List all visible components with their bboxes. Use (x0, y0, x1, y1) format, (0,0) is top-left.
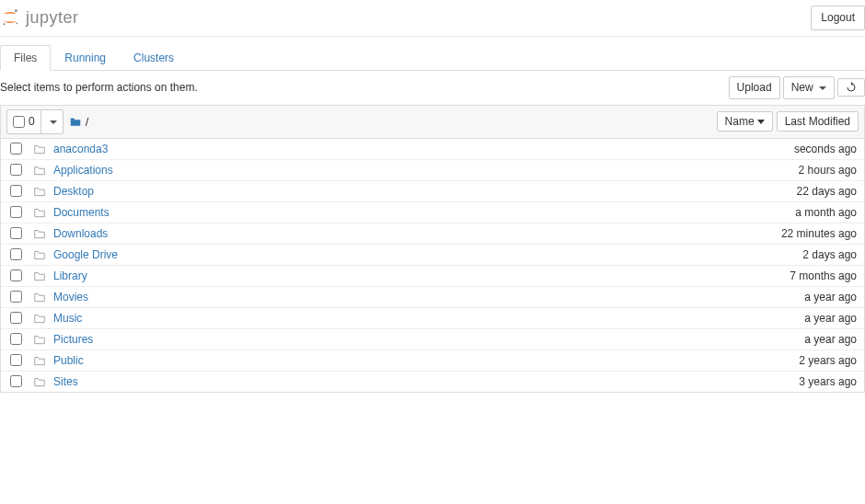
select-dropdown[interactable] (40, 110, 63, 133)
file-modified: 22 minutes ago (781, 227, 857, 240)
arrow-down-icon (757, 120, 765, 124)
folder-icon (33, 227, 46, 240)
list-header: 0 / Name Last Modified (0, 105, 865, 139)
row-checkbox[interactable] (10, 143, 22, 155)
file-row: Documentsa month ago (1, 201, 864, 223)
folder-home-icon[interactable] (69, 115, 82, 128)
folder-icon (33, 164, 46, 177)
file-row: Sites3 years ago (1, 371, 864, 392)
logo[interactable]: jupyter (0, 7, 79, 28)
caret-icon (50, 120, 57, 124)
hint-text: Select items to perform actions on them. (0, 81, 198, 94)
row-checkbox[interactable] (10, 164, 22, 176)
select-all-control: 0 (6, 109, 63, 134)
row-checkbox[interactable] (10, 333, 22, 345)
row-checkbox[interactable] (10, 269, 22, 281)
selected-count: 0 (29, 115, 35, 128)
new-label: New (791, 81, 813, 94)
row-checkbox[interactable] (10, 375, 22, 387)
row-checkbox[interactable] (10, 248, 22, 260)
file-name-link[interactable]: Desktop (53, 185, 94, 198)
file-row: Downloads22 minutes ago (1, 223, 864, 244)
file-name-link[interactable]: Applications (53, 164, 113, 177)
folder-icon (33, 291, 46, 304)
row-checkbox[interactable] (10, 227, 22, 239)
tab-running[interactable]: Running (51, 45, 120, 71)
row-checkbox[interactable] (10, 312, 22, 324)
file-modified: a month ago (795, 206, 857, 219)
folder-icon (33, 375, 46, 388)
header: jupyter Logout (0, 0, 865, 37)
file-row: Desktop22 days ago (1, 180, 864, 201)
file-name-link[interactable]: Google Drive (53, 248, 118, 261)
brand-text: jupyter (26, 8, 79, 28)
file-name-link[interactable]: Movies (53, 291, 88, 304)
svg-point-2 (16, 23, 17, 25)
file-modified: a year ago (804, 333, 857, 346)
file-row: Library7 months ago (1, 265, 864, 286)
file-row: Moviesa year ago (1, 286, 864, 307)
sort-modified-label: Last Modified (785, 115, 850, 128)
upload-button[interactable]: Upload (729, 76, 780, 99)
file-modified: 22 days ago (797, 185, 857, 198)
sort-modified-button[interactable]: Last Modified (777, 111, 859, 132)
tab-clusters[interactable]: Clusters (120, 45, 188, 71)
file-row: Picturesa year ago (1, 328, 864, 349)
file-modified: 2 days ago (802, 248, 857, 261)
file-modified: a year ago (804, 291, 857, 304)
jupyter-icon (0, 7, 20, 28)
file-modified: a year ago (804, 312, 857, 325)
file-name-link[interactable]: Library (53, 269, 87, 282)
refresh-icon (846, 82, 857, 93)
breadcrumb-separator: / (86, 115, 89, 129)
file-name-link[interactable]: Sites (53, 375, 78, 388)
svg-point-0 (15, 10, 17, 13)
file-name-link[interactable]: Music (53, 312, 82, 325)
folder-icon (33, 248, 46, 261)
sort-name-button[interactable]: Name (717, 111, 773, 132)
row-checkbox[interactable] (10, 291, 22, 303)
file-name-link[interactable]: Downloads (53, 227, 108, 240)
row-checkbox[interactable] (10, 185, 22, 197)
folder-icon (33, 185, 46, 198)
toolbar: Select items to perform actions on them.… (0, 71, 865, 105)
file-modified: 7 months ago (790, 269, 857, 282)
folder-icon (33, 143, 46, 155)
file-name-link[interactable]: anaconda3 (53, 143, 108, 155)
file-name-link[interactable]: Documents (53, 206, 110, 219)
new-button[interactable]: New (783, 76, 835, 99)
select-all-checkbox[interactable] (13, 116, 25, 128)
svg-point-1 (3, 24, 5, 26)
row-checkbox[interactable] (10, 354, 22, 366)
file-list: anaconda3seconds agoApplications2 hours … (0, 139, 865, 393)
folder-icon (33, 312, 46, 325)
logout-button[interactable]: Logout (811, 6, 865, 30)
file-row: Public2 years ago (1, 349, 864, 371)
caret-icon (819, 86, 826, 90)
tabs: Files Running Clusters (0, 44, 865, 71)
folder-icon (33, 333, 46, 346)
file-modified: 2 hours ago (799, 164, 857, 177)
file-name-link[interactable]: Pictures (53, 333, 93, 346)
file-name-link[interactable]: Public (53, 354, 84, 367)
sort-name-label: Name (725, 115, 755, 128)
file-modified: seconds ago (794, 143, 857, 155)
file-modified: 3 years ago (799, 375, 857, 388)
refresh-button[interactable] (837, 78, 865, 97)
folder-icon (33, 354, 46, 367)
breadcrumb: / (69, 115, 89, 129)
tab-files[interactable]: Files (0, 45, 51, 71)
folder-icon (33, 269, 46, 282)
row-checkbox[interactable] (10, 206, 22, 218)
folder-icon (33, 206, 46, 219)
file-modified: 2 years ago (799, 354, 857, 367)
file-row: Musica year ago (1, 307, 864, 328)
file-row: Applications2 hours ago (1, 159, 864, 180)
file-row: anaconda3seconds ago (1, 139, 864, 159)
file-row: Google Drive2 days ago (1, 244, 864, 265)
